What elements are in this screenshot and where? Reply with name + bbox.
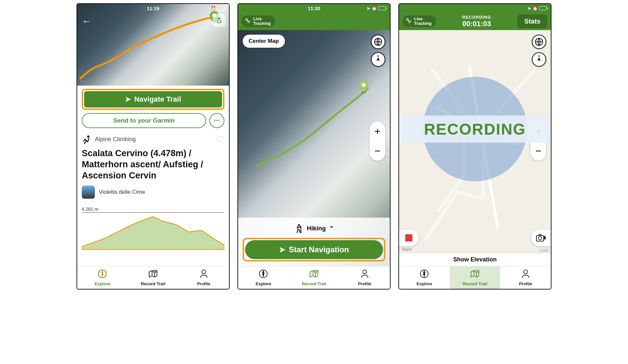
- svg-point-11: [298, 224, 300, 226]
- maps-attribution: Maps: [402, 247, 412, 252]
- bottom-nav: Explore Record Trail Profile: [399, 266, 551, 289]
- more-options-button[interactable]: ···: [209, 113, 224, 128]
- maps-attribution: Maps: [80, 79, 90, 84]
- share-button[interactable]: [213, 14, 226, 27]
- chevron-up-icon: ⌃: [329, 225, 334, 232]
- svg-point-14: [315, 271, 316, 272]
- show-elevation-button[interactable]: Show Elevation: [399, 253, 551, 266]
- compass-button[interactable]: N: [532, 52, 546, 67]
- zoom-in-button[interactable]: +: [370, 122, 385, 141]
- battery-icon: [378, 6, 386, 10]
- globe-icon: [534, 37, 544, 46]
- svg-point-1: [87, 135, 90, 138]
- trail-category: Alpine Climbing: [95, 136, 136, 143]
- stop-icon: [405, 234, 412, 241]
- map-layers-button[interactable]: [371, 35, 385, 49]
- alarm-icon: ⏰: [211, 6, 216, 11]
- send-garmin-label: Send to your Garmin: [113, 117, 175, 124]
- nav-profile-label: Profile: [197, 281, 210, 286]
- activity-selector[interactable]: Hiking ⌃: [243, 221, 385, 238]
- nav-profile[interactable]: Profile: [178, 266, 229, 289]
- alarm-icon: ⏰: [372, 6, 377, 11]
- nav-explore[interactable]: Explore: [77, 266, 128, 289]
- stats-button[interactable]: Stats: [517, 14, 548, 28]
- zoom-out-button[interactable]: −: [370, 141, 385, 161]
- profile-icon: [521, 269, 530, 281]
- recording-timer: RECORDING 00:01:03: [439, 15, 515, 28]
- navigate-trail-label: Navigate Trail: [134, 95, 181, 104]
- add-photo-button[interactable]: [531, 229, 551, 246]
- broadcast-icon: [406, 18, 411, 25]
- nav-record-label: Record Trail: [462, 281, 487, 286]
- location-icon: ➤: [367, 6, 370, 11]
- trail-map-preview: 11:19 ⏰ ← Maps: [77, 4, 229, 86]
- trail-content: ➤ Navigate Trail Send to your Garmin ···…: [77, 86, 229, 266]
- recording-label: RECORDING: [439, 15, 515, 20]
- status-bar: ➤ ⏰: [399, 4, 551, 12]
- trail-pin-icon: [359, 81, 369, 93]
- nav-record-trail[interactable]: Record Trail: [289, 266, 340, 289]
- nav-explore[interactable]: Explore: [238, 266, 289, 289]
- nav-explore-label: Explore: [95, 281, 110, 286]
- live-tracking-button[interactable]: LiveTracking: [241, 15, 275, 27]
- location-icon: ➤: [528, 6, 531, 11]
- center-map-button[interactable]: Center Map: [243, 35, 285, 48]
- start-navigation-button[interactable]: ➤ Start Navigation: [245, 240, 383, 259]
- share-icon: [216, 17, 223, 24]
- navigate-trail-button[interactable]: ➤ Navigate Trail: [84, 91, 222, 108]
- profile-icon: [360, 269, 369, 281]
- live-tracking-button[interactable]: LiveTracking: [402, 15, 436, 27]
- record-trail-icon: [470, 269, 480, 281]
- recording-banner: RECORDING: [401, 116, 549, 143]
- svg-point-6: [247, 20, 248, 21]
- send-to-garmin-button[interactable]: Send to your Garmin: [82, 113, 206, 128]
- explore-icon: [420, 269, 429, 281]
- start-navigation-label: Start Navigation: [289, 245, 349, 254]
- svg-point-20: [538, 237, 542, 240]
- svg-point-24: [524, 270, 528, 274]
- nav-explore-label: Explore: [255, 281, 271, 286]
- zoom-control: + −: [370, 122, 385, 161]
- nav-profile[interactable]: Profile: [339, 266, 390, 289]
- svg-point-4: [154, 271, 155, 272]
- compass-icon: N: [534, 55, 544, 64]
- legal-link[interactable]: Legal: [539, 248, 548, 252]
- compass-icon: N: [373, 55, 383, 64]
- stop-recording-button[interactable]: [399, 229, 419, 246]
- author-row[interactable]: Violetta delle Cime: [82, 186, 224, 199]
- map-layers-button[interactable]: [532, 35, 546, 49]
- elevation-peak-label: 4.281 m: [82, 207, 224, 213]
- recording-map[interactable]: N + − RECORDING Maps Legal Show Elevatio…: [399, 30, 551, 266]
- nav-explore-label: Explore: [416, 281, 432, 286]
- nav-explore[interactable]: Explore: [399, 266, 450, 289]
- status-time: 11:20: [308, 6, 320, 11]
- alpine-climbing-icon: [82, 135, 92, 144]
- compass-button[interactable]: N: [371, 52, 385, 67]
- battery-icon: [539, 6, 547, 10]
- nav-record-trail[interactable]: Record Trail: [450, 266, 500, 289]
- highlight-frame: ➤ Start Navigation: [243, 238, 385, 261]
- explore-icon: [259, 269, 268, 281]
- profile-icon: [200, 269, 208, 281]
- back-button[interactable]: ←: [82, 16, 92, 27]
- show-elevation-label: Show Elevation: [453, 256, 497, 263]
- app-header: LiveTracking RECORDING 00:01:03 Stats: [399, 12, 551, 30]
- nav-profile[interactable]: Profile: [500, 266, 551, 289]
- center-map-label: Center Map: [249, 38, 279, 44]
- favorite-button[interactable]: ♡: [216, 134, 224, 145]
- alarm-icon: ⏰: [532, 6, 538, 11]
- zoom-out-button[interactable]: −: [531, 141, 546, 161]
- camera-icon: [536, 234, 546, 242]
- explore-icon: [98, 269, 107, 281]
- status-bar: 11:19 ⏰: [77, 4, 229, 12]
- bottom-nav: Explore Record Trail Profile: [238, 266, 390, 289]
- trail-title: Scalata Cervino (4.478m) / Matterhorn as…: [82, 148, 224, 181]
- battery-icon: [217, 6, 225, 10]
- nav-record-trail[interactable]: Record Trail: [128, 266, 179, 289]
- recording-time: 00:01:03: [439, 20, 515, 28]
- navigation-map[interactable]: Center Map N + − Hiking ⌃ ➤ Start Navig: [238, 30, 390, 266]
- svg-text:N: N: [377, 55, 379, 57]
- hiking-icon: [294, 223, 304, 233]
- record-trail-icon: [148, 269, 158, 281]
- nav-record-label: Record Trail: [302, 281, 326, 286]
